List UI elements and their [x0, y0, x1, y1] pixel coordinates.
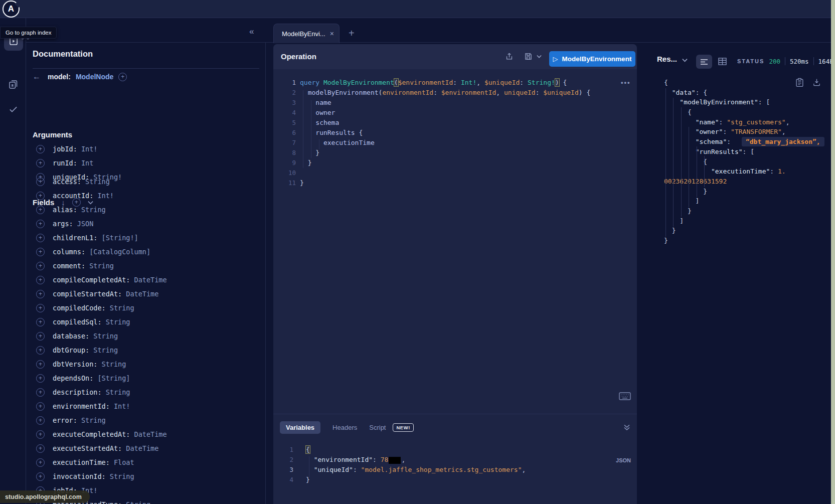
operation-tab[interactable]: ModelByEnvi... × — [273, 24, 340, 43]
table-view-toggle[interactable] — [718, 58, 727, 65]
doc-field-row[interactable]: +compiledCode: String — [36, 301, 134, 315]
doc-field-row[interactable]: +database: String — [36, 329, 118, 343]
code-line[interactable]: } — [300, 148, 590, 158]
doc-field-type[interactable]: String — [89, 262, 114, 270]
code-line[interactable]: } — [300, 178, 590, 188]
add-to-query-button[interactable]: + — [36, 332, 45, 341]
add-to-query-button[interactable]: + — [36, 276, 45, 284]
doc-field-name[interactable]: compileCompletedAt: — [53, 276, 134, 284]
doc-field-row[interactable]: +dbtGroup: String — [36, 343, 118, 357]
field-ref-type[interactable]: ModelNode — [76, 73, 113, 81]
doc-field-name[interactable]: compileStartedAt: — [53, 290, 126, 298]
doc-field-name[interactable]: description: — [53, 388, 106, 396]
doc-field-type[interactable]: Float — [114, 458, 134, 466]
doc-field-type[interactable]: String — [81, 416, 106, 424]
doc-field-row[interactable]: +compileStartedAt: DateTime — [36, 287, 158, 301]
doc-field-row[interactable]: +dependsOn: [String] — [36, 371, 130, 385]
collapse-panel-icon[interactable]: « — [249, 27, 254, 37]
add-to-query-button[interactable]: + — [36, 402, 45, 411]
doc-field-name[interactable]: compiledSql: — [53, 318, 106, 326]
code-line[interactable]: } — [664, 206, 829, 216]
doc-field-name[interactable]: invocationId: — [53, 472, 110, 480]
doc-field-name[interactable]: executionTime: — [53, 458, 114, 466]
doc-field-type[interactable]: String — [102, 360, 126, 368]
save-dropdown-chevron-icon[interactable] — [537, 55, 542, 58]
doc-field-name[interactable]: executeStartedAt: — [53, 444, 126, 452]
code-line[interactable]: modelByEnvironment(environmentId: $envir… — [300, 88, 590, 98]
collapse-variables-chevrons-icon[interactable] — [623, 424, 630, 431]
query-editor[interactable]: query ModelByEnvironment($environmentId:… — [300, 78, 590, 188]
code-line[interactable]: owner — [300, 108, 590, 118]
doc-field-type[interactable]: String — [106, 388, 130, 396]
doc-field-row[interactable]: +executeStartedAt: DateTime — [36, 441, 158, 455]
new-tab-button[interactable]: + — [349, 28, 355, 39]
add-to-query-button[interactable]: + — [36, 416, 45, 425]
doc-field-name[interactable]: accountId: — [53, 192, 97, 200]
doc-field-row[interactable]: +jobId: Int! — [36, 142, 97, 156]
close-tab-icon[interactable]: × — [330, 30, 334, 38]
doc-field-name[interactable]: database: — [53, 332, 93, 340]
code-line[interactable]: "uniqueId": "model.jaffle_shop_metrics.s… — [306, 465, 526, 475]
doc-field-name[interactable]: runId: — [53, 159, 81, 167]
add-field-button[interactable]: + — [118, 73, 127, 81]
code-line[interactable]: } — [300, 158, 590, 168]
doc-field-type[interactable]: String — [93, 346, 118, 354]
code-line[interactable]: { — [664, 78, 829, 88]
doc-field-row[interactable]: +compiledSql: String — [36, 315, 130, 329]
doc-field-row[interactable]: +executionTime: Float — [36, 455, 134, 469]
editor-options-menu-icon[interactable]: ••• — [621, 79, 631, 86]
doc-field-name[interactable]: dbtGroup: — [53, 346, 93, 354]
doc-field-name[interactable]: executeCompletedAt: — [53, 430, 134, 438]
doc-field-row[interactable]: +access: String — [36, 175, 110, 189]
doc-field-type[interactable]: String — [110, 472, 134, 480]
code-line[interactable]: "data": { — [664, 88, 829, 98]
doc-field-type[interactable]: String — [93, 332, 118, 340]
doc-field-name[interactable]: comment: — [53, 262, 89, 270]
add-to-query-button[interactable]: + — [36, 430, 45, 439]
doc-field-type[interactable]: Int! — [97, 192, 114, 200]
share-operation-icon[interactable] — [505, 52, 514, 61]
code-line[interactable]: "environmentId": 78, — [306, 455, 526, 465]
code-line[interactable]: { — [306, 445, 526, 455]
raw-view-toggle[interactable] — [696, 55, 712, 69]
add-to-query-button[interactable]: + — [36, 178, 45, 186]
doc-field-type[interactable]: String — [85, 178, 110, 186]
doc-field-row[interactable]: +alias: String — [36, 203, 106, 217]
code-line[interactable]: "modelByEnvironment": [ — [664, 97, 829, 107]
keyboard-shortcuts-icon[interactable] — [619, 392, 631, 400]
add-to-query-button[interactable]: + — [36, 159, 45, 167]
doc-field-type[interactable]: String — [81, 206, 106, 214]
add-to-query-button[interactable]: + — [36, 318, 45, 326]
doc-field-row[interactable]: +environmentId: Int! — [36, 399, 130, 413]
doc-field-row[interactable]: +invocationId: String — [36, 469, 134, 483]
code-line[interactable]: } — [306, 475, 526, 485]
doc-field-name[interactable]: childrenL1: — [53, 234, 102, 242]
add-to-query-button[interactable]: + — [36, 234, 45, 242]
back-arrow-icon[interactable]: ← — [33, 72, 41, 81]
doc-field-name[interactable]: dbtVersion: — [53, 360, 102, 368]
doc-field-row[interactable]: +comment: String — [36, 259, 114, 273]
doc-field-name[interactable]: environmentId: — [53, 402, 114, 410]
doc-field-type[interactable]: [String] — [97, 374, 130, 382]
add-to-query-button[interactable]: + — [36, 444, 45, 453]
doc-field-type[interactable]: DateTime — [134, 430, 167, 438]
doc-field-row[interactable]: +args: JSON — [36, 217, 93, 231]
doc-field-row[interactable]: +executeCompletedAt: DateTime — [36, 427, 167, 441]
code-line[interactable]: "name": "stg_customers", — [664, 117, 829, 127]
doc-field-type[interactable]: [CatalogColumn] — [89, 248, 150, 256]
add-to-query-button[interactable]: + — [36, 290, 45, 298]
doc-field-name[interactable]: error: — [53, 416, 81, 424]
tab-headers[interactable]: Headers — [332, 424, 357, 431]
doc-field-type[interactable]: String — [106, 318, 130, 326]
add-to-query-button[interactable]: + — [36, 262, 45, 270]
add-to-query-button[interactable]: + — [36, 374, 45, 383]
doc-field-type[interactable]: String — [126, 500, 150, 504]
add-to-query-button[interactable]: + — [36, 346, 45, 355]
code-line[interactable]: query ModelByEnvironment($environmentId:… — [300, 78, 590, 88]
doc-field-type[interactable]: DateTime — [126, 290, 158, 298]
code-line[interactable]: schema — [300, 118, 590, 128]
run-operation-button[interactable]: ▷ ModelByEnvironment — [549, 51, 635, 67]
doc-field-row[interactable]: +description: String — [36, 385, 130, 399]
doc-field-row[interactable]: +compileCompletedAt: DateTime — [36, 273, 167, 287]
add-to-query-button[interactable]: + — [36, 145, 45, 153]
